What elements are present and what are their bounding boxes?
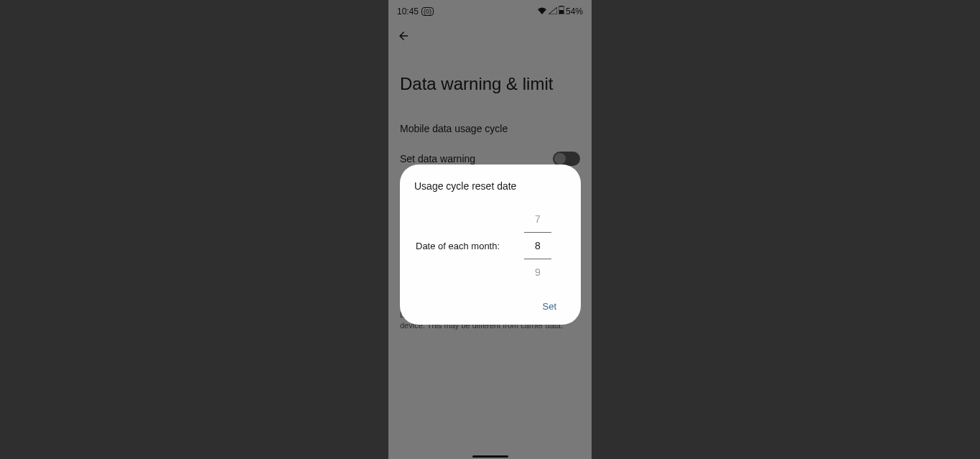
date-number-picker[interactable]: 7 8 9 (523, 206, 552, 285)
dialog-actions: Set (414, 295, 566, 317)
usage-cycle-dialog: Usage cycle reset date Date of each mont… (400, 164, 581, 325)
picker-next-value[interactable]: 9 (535, 259, 541, 285)
set-button[interactable]: Set (538, 295, 561, 317)
picker-label: Date of each month: (416, 241, 500, 251)
picker-prev-value[interactable]: 7 (535, 206, 541, 232)
picker-current-value[interactable]: 8 (524, 232, 551, 259)
dialog-title: Usage cycle reset date (414, 180, 566, 192)
date-picker-row: Date of each month: 7 8 9 (414, 206, 566, 285)
